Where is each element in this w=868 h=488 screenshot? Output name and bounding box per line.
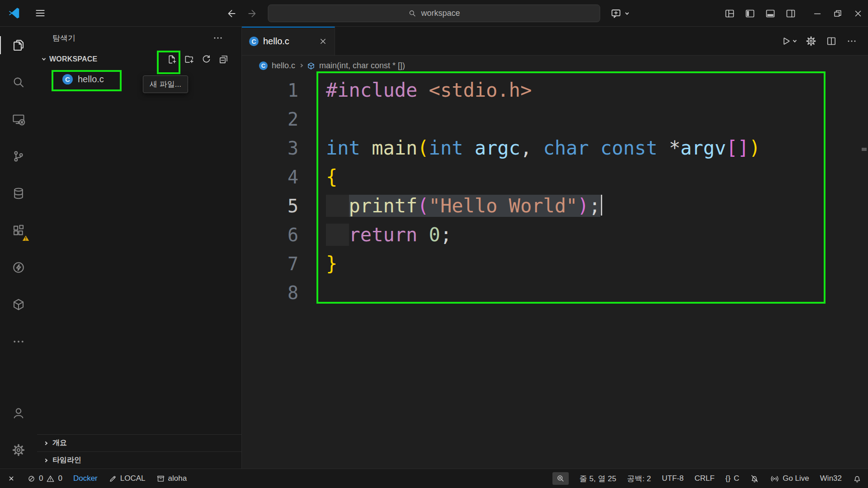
run-code-button[interactable]: [780, 36, 796, 47]
chevron-right-icon: [44, 458, 47, 462]
activity-search[interactable]: [0, 64, 37, 101]
language-selector[interactable]: {} C: [726, 474, 740, 483]
refresh-icon[interactable]: [201, 54, 212, 65]
env-status[interactable]: aloha: [156, 474, 187, 483]
menu-icon[interactable]: [34, 7, 46, 19]
new-file-tooltip: 새 파일...: [143, 75, 188, 93]
back-arrow-icon[interactable]: [225, 8, 237, 19]
code-line[interactable]: 6 return 0;: [242, 221, 868, 249]
braces-icon: {}: [726, 474, 731, 483]
scrollbar-decoration[interactable]: [862, 148, 867, 151]
chat-icon: [610, 8, 622, 19]
code-line[interactable]: 7}: [242, 249, 868, 278]
workspace-tree-root[interactable]: WORKSPACE: [37, 49, 241, 69]
code-editor[interactable]: 1#include <stdio.h>23int main(int argc, …: [242, 76, 868, 469]
zoom-indicator[interactable]: [552, 472, 569, 485]
activity-source-control[interactable]: [0, 138, 37, 175]
file-name: hello.c: [78, 74, 104, 84]
platform-status[interactable]: Win32: [820, 474, 842, 483]
cursor-position[interactable]: 줄 5, 열 25: [580, 474, 616, 484]
restore-icon: [833, 9, 843, 19]
docker-status[interactable]: Docker: [73, 474, 98, 483]
activity-account[interactable]: [0, 394, 37, 432]
explorer-sidebar: 탐색기 WORKSPACE: [37, 27, 242, 469]
code-line[interactable]: 1#include <stdio.h>: [242, 76, 868, 105]
activity-bar: [0, 27, 37, 469]
code-line[interactable]: 2: [242, 105, 868, 134]
local-status[interactable]: LOCAL: [108, 474, 146, 483]
docker-label: Docker: [73, 474, 98, 483]
chevron-right-icon: [44, 441, 47, 445]
pencil-icon: [108, 474, 117, 483]
command-center-search[interactable]: workspace: [268, 5, 600, 22]
split-editor-icon[interactable]: [826, 36, 837, 47]
titlebar: workspace: [0, 0, 868, 27]
problems-indicator[interactable]: 0 0: [27, 474, 62, 483]
more-actions-icon[interactable]: [846, 36, 857, 47]
error-count: 0: [39, 474, 43, 483]
customize-layout-icon[interactable]: [724, 8, 735, 19]
toggle-sidebar-left-icon[interactable]: [745, 8, 755, 19]
more-actions-icon[interactable]: [212, 33, 223, 43]
activity-extensions[interactable]: [0, 212, 37, 249]
indentation[interactable]: 공백: 2: [627, 474, 651, 484]
code-line[interactable]: 3int main(int argc, char const *argv[]): [242, 134, 868, 163]
warning-icon: [46, 474, 55, 483]
box-icon: [156, 474, 165, 483]
line-number: 5: [242, 192, 298, 221]
bell-slash-icon: [750, 474, 759, 483]
sidebar-title: 탐색기: [52, 33, 75, 43]
chat-button[interactable]: [610, 0, 628, 27]
line-number: 4: [242, 163, 298, 192]
code-line[interactable]: 5 printf("Hello World");: [242, 192, 868, 221]
activity-explorer[interactable]: [0, 27, 37, 64]
c-file-icon: C: [259, 61, 268, 70]
code-line[interactable]: 8: [242, 278, 868, 307]
collapse-all-icon[interactable]: [218, 54, 229, 65]
activity-database[interactable]: [0, 175, 37, 212]
activity-more[interactable]: [0, 323, 37, 360]
breadcrumb-symbol[interactable]: main(int, char const * []): [319, 61, 405, 70]
vscode-window: workspace: [0, 0, 868, 488]
platform-label: Win32: [820, 474, 842, 483]
toggle-sidebar-right-icon[interactable]: [785, 8, 796, 19]
remote-indicator[interactable]: [6, 474, 16, 483]
activity-remote-explorer[interactable]: [0, 101, 37, 138]
chevron-down-icon: [625, 11, 629, 14]
search-label: workspace: [421, 9, 460, 18]
minimize-button[interactable]: [807, 0, 827, 27]
line-number: 1: [242, 76, 298, 105]
outline-label: 개요: [52, 438, 67, 448]
new-file-icon[interactable]: [167, 54, 177, 65]
bell-icon: [853, 474, 862, 483]
close-tab-button[interactable]: [319, 37, 327, 46]
file-item-hello-c[interactable]: C hello.c: [37, 69, 241, 89]
tab-hello-c[interactable]: C hello.c: [242, 27, 335, 55]
editor-group: C hello.c: [242, 27, 868, 469]
breadcrumb-file[interactable]: hello.c: [272, 61, 295, 70]
new-folder-icon[interactable]: [184, 54, 194, 65]
forward-arrow-icon[interactable]: [247, 8, 259, 19]
notifications-bell[interactable]: [853, 474, 862, 483]
eol-selector[interactable]: CRLF: [694, 474, 714, 483]
code-line[interactable]: 4{: [242, 163, 868, 192]
run-icon: [780, 36, 791, 47]
activity-settings[interactable]: [0, 432, 37, 469]
activity-containers[interactable]: [0, 286, 37, 323]
container-cube-icon: [12, 298, 25, 311]
close-icon: [853, 9, 863, 19]
env-label: aloha: [168, 474, 187, 483]
restore-button[interactable]: [827, 0, 848, 27]
warning-count: 0: [58, 474, 62, 483]
go-live-button[interactable]: Go Live: [770, 474, 809, 483]
timeline-section[interactable]: 타임라인: [37, 451, 241, 469]
encoding[interactable]: UTF-8: [662, 474, 684, 483]
activity-thunder-client[interactable]: [0, 249, 37, 286]
toggle-panel-icon[interactable]: [765, 8, 776, 19]
workspace-label: WORKSPACE: [49, 55, 97, 63]
notifications-muted[interactable]: [750, 474, 759, 483]
go-live-label: Go Live: [783, 474, 809, 483]
settings-gear-icon[interactable]: [806, 36, 816, 47]
close-window-button[interactable]: [848, 0, 868, 27]
outline-section[interactable]: 개요: [37, 434, 241, 451]
